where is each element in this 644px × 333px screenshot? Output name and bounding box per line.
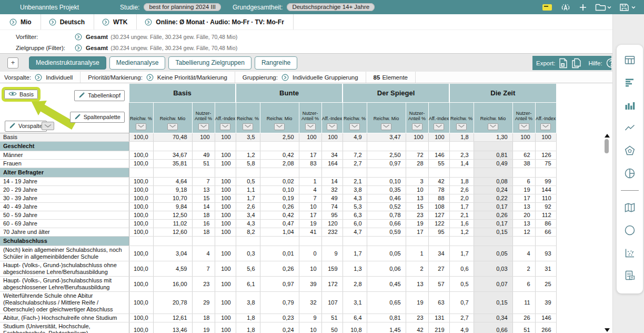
vorspalte-button[interactable]: Vorspalte [5,121,47,132]
value-cell: 32 [299,292,321,314]
table-row: Studium (Universität, Hochschule, Fachho… [0,322,556,333]
scroll-up-arrow[interactable] [605,134,610,138]
study-value-pill[interactable]: best for planning 2024 III [144,3,221,11]
column-menu-button[interactable] [136,123,146,130]
table-row: Frauen100,035,81511005,82,08831642,70,97… [0,160,556,168]
value-cell: 100 [215,194,236,203]
pie-chart-icon[interactable] [623,166,637,180]
value-cell: 6,3 [343,211,367,220]
scroll-down-arrow[interactable] [605,328,610,332]
map-icon[interactable] [623,201,637,214]
column-menu-button[interactable] [327,123,337,130]
row-label: (Noch) kein allgemeiner Schulabschluss, … [0,246,129,261]
setting-priorit-t-markierung[interactable]: Priorität/Markierung:Keine Priorität/Mar… [80,72,235,83]
value-cell: 266 [535,322,556,333]
radar-chart-icon[interactable] [623,144,637,158]
value-cell: 3,8 [343,186,367,194]
circle-chevron-icon [9,18,17,26]
column-group-der-spiegel: Der Spiegel [343,84,449,103]
column-menu-button[interactable] [274,123,285,130]
column-menu-button[interactable] [434,123,444,130]
column-menu-button[interactable] [243,123,253,130]
spaltenpalette-button[interactable]: Spaltenpalette [70,112,125,123]
zielgruppe-value[interactable]: Gesamt [86,45,108,51]
top-bar: Unbenanntes Projekt Studie: best for pla… [0,0,644,14]
app-window: Unbenanntes Projekt Studie: best for pla… [0,0,644,333]
toolbar-segment-online[interactable]: Online: Ø Monat · Audio: Mo-Fr · TV: Mo-… [137,14,294,30]
row-label: 14 - 19 Jahre [0,178,129,186]
value-cell: 88 [428,194,449,203]
value-cell: 4,9 [449,322,474,333]
circle-chevron-icon[interactable] [75,33,82,41]
toolbar-segment-mio[interactable]: Mio [0,14,41,30]
value-cell: 131 [428,314,449,322]
setting-gruppierung[interactable]: Gruppierung:Individuelle Gruppierung [235,72,366,83]
column-menu-button[interactable] [220,123,230,130]
universe-value-pill[interactable]: Deutschsprachige 14+ Jahre [287,3,375,11]
empty-cell [428,168,449,178]
metric-label: Reichw. % [129,116,153,121]
scatter-chart-icon[interactable] [623,246,637,260]
value-cell: 99 [535,178,556,186]
vertical-scrollbar[interactable] [603,133,610,333]
value-cell: 42 [406,322,428,333]
column-menu-button[interactable] [305,123,316,130]
row-label: 20 - 29 Jahre [0,186,129,194]
column-menu-button[interactable] [488,123,498,130]
tabellenkopf-button[interactable]: Tabellenkopf [74,90,125,101]
empty-cell [236,142,260,151]
value-cell: 2,1 [449,211,474,220]
line-chart-icon[interactable] [623,121,637,135]
project-tag-icon[interactable] [542,3,552,12]
toolbar-segment-deutsch[interactable]: Deutsch [41,14,94,30]
pencil-icon [9,122,16,130]
add-tab-button[interactable]: + [7,57,18,68]
basis-button[interactable]: Basis [4,90,38,99]
value-cell: 0,97 [260,277,299,292]
toolbar-segment-wtk[interactable]: WTK [94,14,137,30]
scrollbar-thumb[interactable] [605,139,609,153]
metric-label: Aff.-Index [215,116,236,121]
vorfilter-value[interactable]: Gesamt [86,34,108,40]
tab-tabellierung-zielgruppen[interactable]: Tabellierung Zielgruppen [168,56,251,70]
save-icon[interactable] [619,3,636,12]
value-cell: 0,5 [449,277,474,292]
circle-chart-icon[interactable] [623,223,637,237]
value-cell: 100 [215,203,236,211]
hbar-chart-icon[interactable] [623,76,637,90]
value-cell: 4,3 [236,220,260,228]
value-cell: 100 [215,211,236,220]
value-cell: 1,7 [449,246,474,261]
tab-medienstrukturanalyse[interactable]: Medienstrukturanalyse [29,56,106,70]
column-menu-button[interactable] [519,123,529,130]
value-cell: 10,70 [153,194,192,203]
column-menu-button[interactable] [412,123,422,130]
settings-segments: Vorspalte:IndividuellPriorität/Markierun… [0,72,366,83]
antenna-icon[interactable] [560,3,571,12]
report-icon[interactable] [623,269,637,282]
setting-vorspalte[interactable]: Vorspalte:Individuell [0,72,80,83]
pencil-icon [74,113,81,121]
vorspalte-envelope-button[interactable] [42,122,54,130]
tab-rangreihe[interactable]: Rangreihe [255,56,297,70]
circle-chevron-icon[interactable] [75,44,82,52]
value-cell: 49 [321,194,343,203]
value-cell: 146 [428,151,449,160]
table-view-icon[interactable] [623,53,637,67]
excel-export-icon[interactable] [559,58,568,68]
value-cell: 95 [428,228,449,237]
column-menu-button[interactable] [198,123,209,130]
column-chart-icon[interactable] [623,99,637,112]
value-cell: 1,30 [474,133,512,142]
tab-medienanalyse[interactable]: Medienanalyse [109,56,166,70]
column-menu-button[interactable] [349,123,360,130]
column-menu-button[interactable] [456,123,467,130]
open-folder-icon[interactable] [595,3,611,12]
column-menu-button[interactable] [167,123,178,130]
empty-cell [428,237,449,246]
value-cell: 15 [406,203,428,211]
copy-export-icon[interactable] [571,58,581,68]
column-menu-button[interactable] [540,123,551,130]
add-icon[interactable] [579,3,587,12]
column-menu-button[interactable] [381,123,391,130]
